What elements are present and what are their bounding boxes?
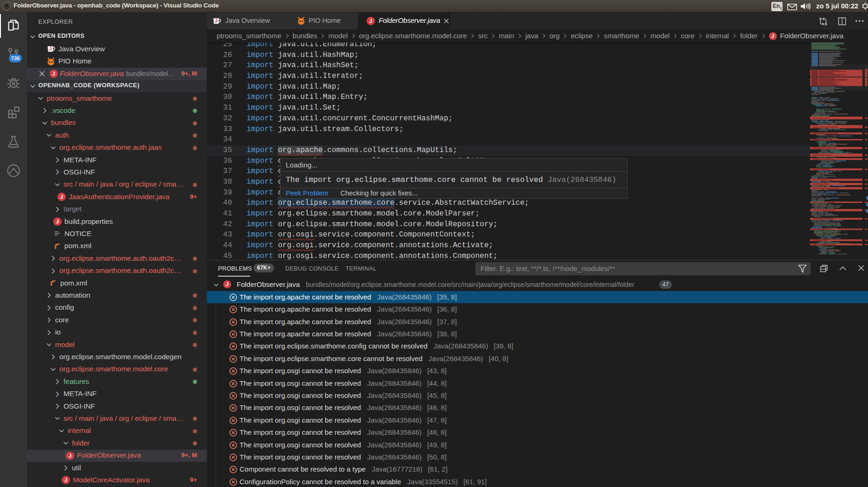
svg-text:J: J bbox=[215, 18, 218, 23]
svg-text:J: J bbox=[49, 46, 51, 51]
